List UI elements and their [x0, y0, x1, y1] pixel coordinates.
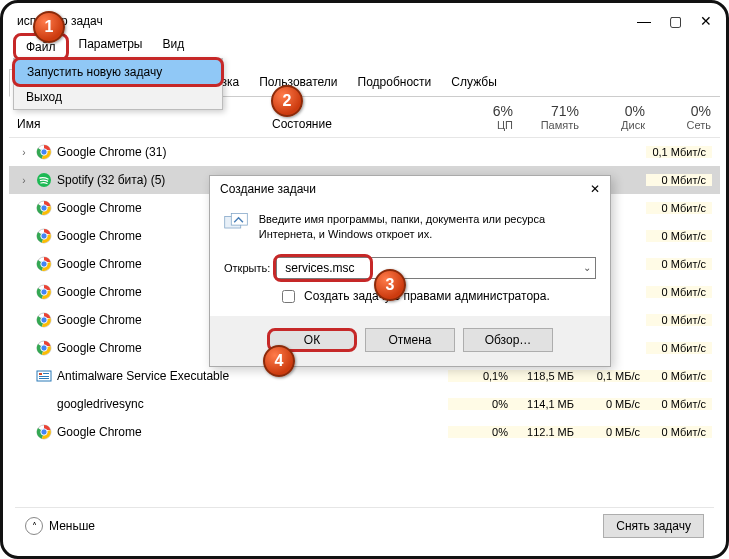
network-cell: 0 Мбит/с — [646, 370, 712, 382]
network-cell: 0 Мбит/с — [646, 342, 712, 354]
svg-point-15 — [41, 289, 47, 295]
svg-rect-24 — [43, 373, 49, 374]
end-task-button[interactable]: Снять задачу — [603, 514, 704, 538]
expand-icon[interactable]: › — [17, 147, 31, 158]
network-cell: 0,1 Мбит/с — [646, 146, 712, 158]
svg-point-21 — [41, 345, 47, 351]
svg-rect-25 — [39, 376, 49, 377]
svg-rect-23 — [39, 373, 42, 375]
chevron-down-icon[interactable]: ⌄ — [583, 262, 591, 273]
fewer-details-button[interactable]: ˄ Меньше — [25, 517, 95, 535]
chrome-icon — [35, 423, 53, 441]
svg-point-29 — [41, 429, 47, 435]
minimize-button[interactable]: — — [637, 13, 651, 29]
network-cell: 0 Мбит/с — [646, 314, 712, 326]
callout-1: 1 — [33, 11, 65, 43]
chrome-icon — [35, 255, 53, 273]
cpu-cell: 0% — [448, 426, 514, 438]
header-state[interactable]: Состояние — [272, 117, 447, 131]
callout-2: 2 — [271, 85, 303, 117]
titlebar: испетчер задач — ▢ ✕ — [9, 9, 720, 31]
process-name: Antimalware Service Executable — [57, 369, 274, 383]
network-cell: 0 Мбит/с — [646, 258, 712, 270]
dialog-close-button[interactable]: ✕ — [590, 182, 600, 196]
callout-3: 3 — [374, 269, 406, 301]
maximize-button[interactable]: ▢ — [669, 13, 682, 29]
menu-exit[interactable]: Выход — [14, 85, 222, 109]
network-cell: 0 Мбит/с — [646, 286, 712, 298]
chrome-icon — [35, 199, 53, 217]
network-cell: 0 Мбит/с — [646, 426, 712, 438]
svg-point-9 — [41, 233, 47, 239]
header-name[interactable]: Имя — [17, 117, 272, 131]
table-row[interactable]: googledrivesync0%114,1 МБ0 МБ/с0 Мбит/с — [9, 390, 720, 418]
menu-run-new-task[interactable]: Запустить новую задачу — [12, 57, 224, 87]
run-dialog: Создание задачи ✕ Введите имя программы,… — [209, 175, 611, 367]
tab-details[interactable]: Подробности — [348, 69, 442, 96]
fewer-details-label: Меньше — [49, 519, 95, 533]
disk-cell: 0,1 МБ/с — [580, 370, 646, 382]
open-label: Открыть: — [224, 262, 270, 274]
admin-checkbox[interactable] — [282, 290, 295, 303]
run-icon — [224, 212, 249, 240]
memory-cell: 118,5 МБ — [514, 370, 580, 382]
svg-point-12 — [41, 261, 47, 267]
open-input[interactable] — [283, 260, 589, 276]
svg-point-18 — [41, 317, 47, 323]
chevron-up-icon: ˄ — [25, 517, 43, 535]
process-name: Google Chrome (31) — [57, 145, 274, 159]
header-cpu[interactable]: 6% ЦП — [447, 103, 513, 131]
chrome-icon — [35, 227, 53, 245]
header-memory[interactable]: 71% Память — [513, 103, 579, 131]
chrome-icon — [35, 283, 53, 301]
cpu-cell: 0% — [448, 398, 514, 410]
memory-cell: 114,1 МБ — [514, 398, 580, 410]
chrome-icon — [35, 311, 53, 329]
disk-cell: 0 МБ/с — [580, 426, 646, 438]
network-cell: 0 Мбит/с — [646, 174, 712, 186]
cpu-cell: 0,1% — [448, 370, 514, 382]
expand-icon[interactable]: › — [17, 175, 31, 186]
blank-icon — [35, 395, 53, 413]
svg-rect-26 — [39, 378, 49, 379]
footer: ˄ Меньше Снять задачу — [15, 507, 714, 544]
chrome-icon — [35, 339, 53, 357]
table-row[interactable]: Google Chrome0%112.1 МБ0 МБ/с0 Мбит/с — [9, 418, 720, 446]
header-network[interactable]: 0% Сеть — [645, 103, 711, 131]
spotify-icon — [35, 171, 53, 189]
network-cell: 0 Мбит/с — [646, 202, 712, 214]
header-disk[interactable]: 0% Диск — [579, 103, 645, 131]
browse-button[interactable]: Обзор… — [463, 328, 553, 352]
table-row[interactable]: ›Google Chrome (31)0,1 Мбит/с — [9, 138, 720, 166]
antim-icon — [35, 367, 53, 385]
process-name: Google Chrome — [57, 425, 274, 439]
open-combobox[interactable]: ⌄ — [276, 257, 596, 279]
memory-cell: 112.1 МБ — [514, 426, 580, 438]
chrome-icon — [35, 143, 53, 161]
process-name: googledrivesync — [57, 397, 274, 411]
dialog-title: Создание задачи — [220, 182, 316, 196]
callout-4: 4 — [263, 345, 295, 377]
disk-cell: 0 МБ/с — [580, 398, 646, 410]
file-dropdown: Запустить новую задачу Выход — [13, 58, 223, 110]
network-cell: 0 Мбит/с — [646, 230, 712, 242]
menubar: Файл Запустить новую задачу Выход Параме… — [9, 31, 720, 63]
network-cell: 0 Мбит/с — [646, 398, 712, 410]
dialog-prompt: Введите имя программы, папки, документа … — [259, 212, 596, 243]
tab-services[interactable]: Службы — [441, 69, 506, 96]
close-button[interactable]: ✕ — [700, 13, 712, 29]
svg-point-2 — [41, 149, 47, 155]
svg-point-6 — [41, 205, 47, 211]
cancel-button[interactable]: Отмена — [365, 328, 455, 352]
admin-checkbox-label: Создать задачу с правами администратора. — [304, 289, 550, 303]
